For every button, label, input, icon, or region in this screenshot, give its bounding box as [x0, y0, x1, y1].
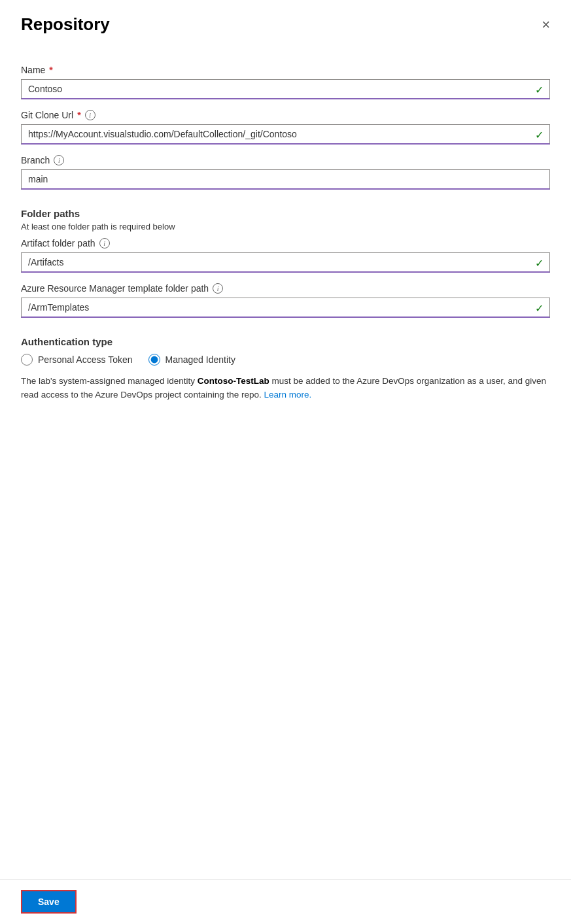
panel-body: Name * ✓ Git Clone Url * i ✓ Branch: [0, 45, 571, 924]
artifact-path-label: Artifact folder path i: [21, 238, 550, 248]
name-valid-icon: ✓: [535, 83, 544, 95]
auth-title: Authentication type: [21, 336, 550, 347]
git-clone-url-field-group: Git Clone Url * i ✓: [21, 110, 550, 145]
folder-paths-subtitle: At least one folder path is required bel…: [21, 222, 550, 231]
git-clone-url-input[interactable]: [21, 124, 550, 145]
name-label: Name *: [21, 65, 550, 75]
auth-section: Authentication type Personal Access Toke…: [21, 336, 550, 402]
learn-more-link[interactable]: Learn more.: [264, 390, 311, 400]
git-clone-url-input-wrapper: ✓: [21, 124, 550, 145]
arm-template-valid-icon: ✓: [535, 301, 544, 314]
git-clone-url-label: Git Clone Url * i: [21, 110, 550, 120]
artifact-path-group: Artifact folder path i ✓: [21, 238, 550, 273]
branch-field-group: Branch i: [21, 155, 550, 190]
arm-template-path-group: Azure Resource Manager template folder p…: [21, 283, 550, 318]
branch-input-wrapper: [21, 169, 550, 190]
branch-info-icon[interactable]: i: [54, 155, 64, 165]
branch-input[interactable]: [21, 169, 550, 190]
auth-radio-group: Personal Access Token Managed Identity: [21, 354, 550, 366]
artifact-path-input[interactable]: [21, 252, 550, 273]
name-input[interactable]: [21, 79, 550, 99]
name-field-group: Name * ✓: [21, 65, 550, 99]
folder-paths-section: Folder paths At least one folder path is…: [21, 208, 550, 318]
personal-access-token-radio[interactable]: [21, 354, 33, 366]
personal-access-token-option[interactable]: Personal Access Token: [21, 354, 133, 366]
folder-paths-title: Folder paths: [21, 208, 550, 219]
name-required-star: *: [49, 65, 52, 75]
managed-identity-radio[interactable]: [148, 354, 160, 366]
artifact-path-input-wrapper: ✓: [21, 252, 550, 273]
git-url-info-icon[interactable]: i: [85, 110, 95, 120]
git-url-required-star: *: [77, 110, 80, 120]
name-input-wrapper: ✓: [21, 79, 550, 99]
panel-header: Repository ×: [0, 0, 571, 45]
save-button[interactable]: Save: [21, 890, 77, 914]
managed-identity-option[interactable]: Managed Identity: [148, 354, 235, 366]
arm-template-path-label: Azure Resource Manager template folder p…: [21, 283, 550, 294]
identity-name: Contoso-TestLab: [198, 376, 269, 386]
arm-template-path-input-wrapper: ✓: [21, 298, 550, 318]
repository-panel: Repository × Name * ✓ Git Clone Url * i: [0, 0, 571, 924]
artifact-path-valid-icon: ✓: [535, 256, 544, 269]
page-title: Repository: [21, 14, 110, 35]
personal-access-token-label: Personal Access Token: [38, 354, 133, 365]
panel-footer: Save: [0, 879, 571, 924]
branch-label: Branch i: [21, 155, 550, 165]
close-button[interactable]: ×: [536, 15, 555, 35]
managed-identity-label: Managed Identity: [165, 354, 235, 365]
arm-template-path-info-icon[interactable]: i: [213, 283, 223, 294]
artifact-path-info-icon[interactable]: i: [99, 238, 110, 248]
git-url-valid-icon: ✓: [535, 128, 544, 141]
auth-description: The lab's system-assigned managed identi…: [21, 375, 550, 402]
arm-template-path-input[interactable]: [21, 298, 550, 318]
